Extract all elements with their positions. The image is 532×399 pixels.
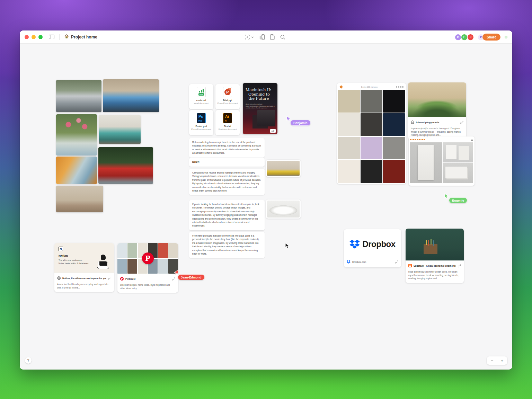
share-button[interactable]: Share [482, 34, 500, 41]
stationery-header [410, 138, 473, 141]
link-icon[interactable] [395, 259, 398, 265]
dropbox-glyph-icon [349, 239, 360, 249]
close-window-button[interactable] [25, 35, 29, 39]
grid-image-tile [338, 113, 360, 136]
file-kind: Illustrator document [219, 128, 237, 130]
file-card-illustrator[interactable]: AiAI Test.ai Illustrator document [215, 110, 240, 135]
collaborator-avatars: B E J [455, 34, 474, 41]
paper-sheet-image [410, 142, 442, 183]
powerpoint-file-icon: P [223, 87, 232, 97]
dropbox-logo: Dropbox [344, 229, 401, 259]
note-social-media[interactable]: If you're looking for branded social med… [189, 200, 265, 230]
photo-abstract-orange[interactable] [56, 157, 97, 184]
file-kind: PowerPoint document [218, 102, 238, 104]
grid-image-tile [127, 259, 137, 274]
link-card-pinterest[interactable]: P P Pinterest Discover recipes, home ide… [117, 243, 178, 293]
link-description: A new tool that blends your everyday wor… [54, 283, 114, 292]
hamburger-menu-icon [471, 139, 473, 141]
link-icon[interactable] [460, 119, 463, 125]
link-card-notion[interactable]: N Notion The all-in-one workspace.Notes,… [54, 243, 114, 292]
jean-edmond-cursor-icon [174, 269, 178, 275]
file-card-powerpoint[interactable]: P Brief.ppt PowerPoint document [215, 84, 240, 109]
pdf-title: Macintosh II:Opening to the Future [243, 83, 277, 101]
grid-image-tile [338, 137, 360, 160]
link-card-substack[interactable]: Substack - A new economic engine for c..… [406, 229, 464, 283]
home-icon [64, 34, 69, 39]
link-description: hope everybody's summer's been good. I'v… [406, 270, 464, 283]
link-title: Dropbox.com [352, 261, 393, 263]
photo-teal-buggy[interactable] [99, 115, 141, 144]
moodboard-web-capture[interactable]: Design 100 À propos [337, 83, 406, 184]
photo-yellow-wedge-car [267, 161, 300, 176]
link-card-internet-playgrounds[interactable]: Internet playgrounds hope everybody's su… [408, 82, 466, 140]
pdf-document-macintosh[interactable]: Macintosh II:Opening to the Future Apple… [243, 83, 277, 134]
zoom-window-button[interactable] [38, 35, 43, 39]
ruler-panel-icon[interactable] [259, 34, 265, 40]
zoom-control: − + [487, 356, 507, 365]
cursor-label-jean-edmond: Jean-Edmond [178, 274, 205, 280]
photo-flowers-poolside[interactable] [56, 114, 97, 156]
grid-image-tile [361, 113, 382, 136]
note-campaigns[interactable]: Campaigns that revolve around nostalgic … [189, 169, 265, 195]
link-title: Internet playgrounds [416, 121, 459, 124]
moodboard-menu-icons [396, 86, 404, 88]
photo-card-sneaker[interactable] [266, 200, 301, 219]
titlebar: Project home B E [20, 30, 512, 44]
new-document-icon[interactable] [270, 34, 275, 40]
photo-blue-sports-car[interactable] [103, 79, 159, 112]
grid-image-tile [361, 160, 382, 183]
illustrator-file-icon: AiAI [223, 113, 232, 123]
moodboard-nav-text: Design 100 À propos [343, 86, 396, 88]
grid-image-tile [158, 259, 168, 274]
note-retro-marketing[interactable]: Retro marketing is a concept based on th… [189, 138, 265, 158]
avatar[interactable]: E [461, 34, 468, 41]
minimize-window-button[interactable] [32, 35, 36, 39]
online-status-dot [505, 36, 507, 38]
grid-image-tile [361, 137, 382, 160]
globe-icon [57, 275, 61, 281]
file-card-excel[interactable]: XLSX costs.exl excel document [189, 84, 213, 109]
note-fake-products[interactable]: From fake products available on their si… [189, 232, 265, 258]
notion-illustration [97, 255, 109, 270]
moodboard-header: Design 100 À propos [338, 84, 405, 90]
dropbox-wordmark: Dropbox [362, 239, 395, 249]
avatar[interactable]: B [455, 34, 461, 41]
cursor-label-benjamin: Benjamin [290, 120, 311, 126]
link-icon[interactable] [458, 263, 461, 269]
moodboard-logo-icon [339, 85, 343, 89]
link-icon[interactable] [172, 276, 175, 282]
excel-file-icon: XLSX [197, 87, 206, 97]
stationery-web-capture[interactable] [409, 136, 475, 186]
fit-view-button[interactable] [245, 35, 254, 39]
traffic-lights [25, 35, 43, 39]
file-name: costs.exl [196, 99, 206, 101]
grid-image-tile [338, 160, 360, 183]
photo-red-sports-car[interactable] [98, 147, 153, 184]
file-kind: excel document [194, 102, 209, 104]
globe-icon [411, 119, 414, 125]
orange-dots-nav [410, 139, 425, 140]
infinite-canvas[interactable]: XLSX costs.exl excel document P Brief.pp… [20, 44, 512, 370]
link-card-dropbox[interactable]: Dropbox Dropbox.com [344, 229, 401, 267]
photo-card-yellow-car[interactable] [266, 160, 301, 177]
zoom-in-button[interactable]: + [499, 358, 505, 363]
pinterest-icon: P [120, 277, 124, 281]
pdf-caption: Apple introduces a high-price/performanc… [243, 101, 277, 109]
photo-silver-concept-car[interactable] [56, 80, 101, 112]
grid-image-tile [361, 90, 382, 113]
link-title: Notion, the all-in-one workspace for you… [62, 277, 106, 280]
grid-image-tile [168, 243, 178, 258]
photo-stone-sculpture[interactable] [56, 186, 103, 212]
search-icon[interactable] [280, 35, 285, 40]
file-card-photoshop[interactable]: PsPSD Poster.psd PhotoShop document [189, 110, 213, 135]
canvas-toolbar [245, 30, 285, 44]
local-mouse-cursor [285, 243, 290, 249]
help-button[interactable]: ? [25, 357, 32, 364]
link-icon[interactable] [108, 275, 111, 281]
substack-icon [408, 264, 412, 267]
avatar[interactable]: J [467, 34, 474, 41]
photoshop-file-icon: PsPSD [197, 113, 206, 123]
sidebar-toggle-icon[interactable] [49, 35, 54, 39]
zoom-out-button[interactable]: − [489, 358, 495, 363]
note-brief-heading[interactable]: Brief: [189, 158, 265, 167]
